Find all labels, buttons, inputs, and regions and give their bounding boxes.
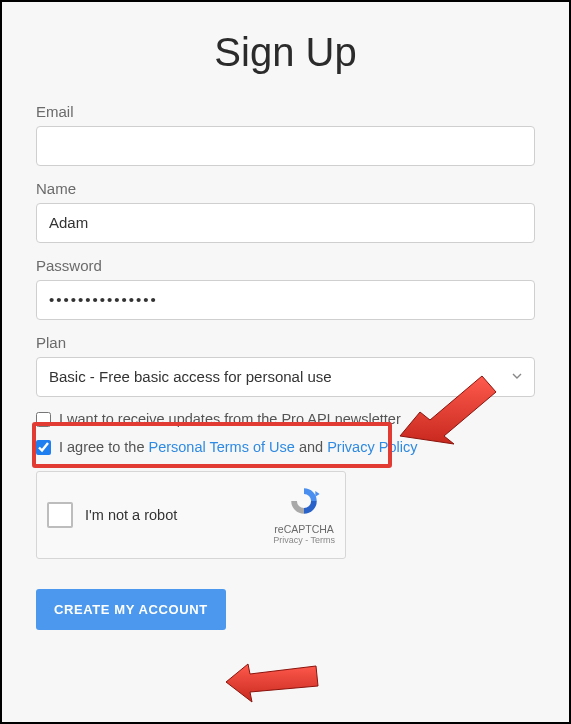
page-title: Sign Up — [36, 30, 535, 75]
newsletter-row: I want to receive updates from the Pro A… — [36, 411, 535, 427]
recaptcha-brand: reCAPTCHA Privacy - Terms — [273, 484, 335, 546]
recaptcha-widget: I'm not a robot reCAPTCHA Privacy - Term… — [36, 471, 346, 559]
newsletter-checkbox[interactable] — [36, 412, 51, 427]
recaptcha-privacy-link[interactable]: Privacy — [273, 535, 303, 545]
terms-label: I agree to the Personal Terms of Use and… — [59, 439, 417, 455]
field-plan: Plan Basic - Free basic access for perso… — [36, 334, 535, 397]
name-input[interactable] — [36, 203, 535, 243]
terms-connector: and — [295, 439, 327, 455]
recaptcha-checkbox[interactable] — [47, 502, 73, 528]
field-email: Email — [36, 103, 535, 166]
email-input[interactable] — [36, 126, 535, 166]
recaptcha-brand-text: reCAPTCHA — [273, 523, 335, 536]
plan-select[interactable]: Basic - Free basic access for personal u… — [36, 357, 535, 397]
privacy-policy-link[interactable]: Privacy Policy — [327, 439, 417, 455]
terms-checkbox[interactable] — [36, 440, 51, 455]
recaptcha-icon — [287, 484, 321, 518]
create-account-button[interactable]: Create My Account — [36, 589, 226, 630]
recaptcha-label: I'm not a robot — [85, 507, 261, 523]
recaptcha-sep: - — [303, 535, 311, 545]
password-label: Password — [36, 257, 535, 274]
annotation-arrow-submit — [224, 654, 322, 706]
terms-of-use-link[interactable]: Personal Terms of Use — [148, 439, 294, 455]
signup-panel: Sign Up Email Name Password Plan Basic -… — [0, 0, 571, 724]
field-name: Name — [36, 180, 535, 243]
field-password: Password — [36, 257, 535, 320]
email-label: Email — [36, 103, 535, 120]
terms-row: I agree to the Personal Terms of Use and… — [36, 439, 535, 455]
password-input[interactable] — [36, 280, 535, 320]
svg-marker-2 — [226, 664, 318, 702]
recaptcha-terms-link[interactable]: Terms — [311, 535, 336, 545]
svg-marker-0 — [315, 491, 319, 497]
newsletter-label: I want to receive updates from the Pro A… — [59, 411, 401, 427]
terms-prefix: I agree to the — [59, 439, 148, 455]
name-label: Name — [36, 180, 535, 197]
plan-label: Plan — [36, 334, 535, 351]
